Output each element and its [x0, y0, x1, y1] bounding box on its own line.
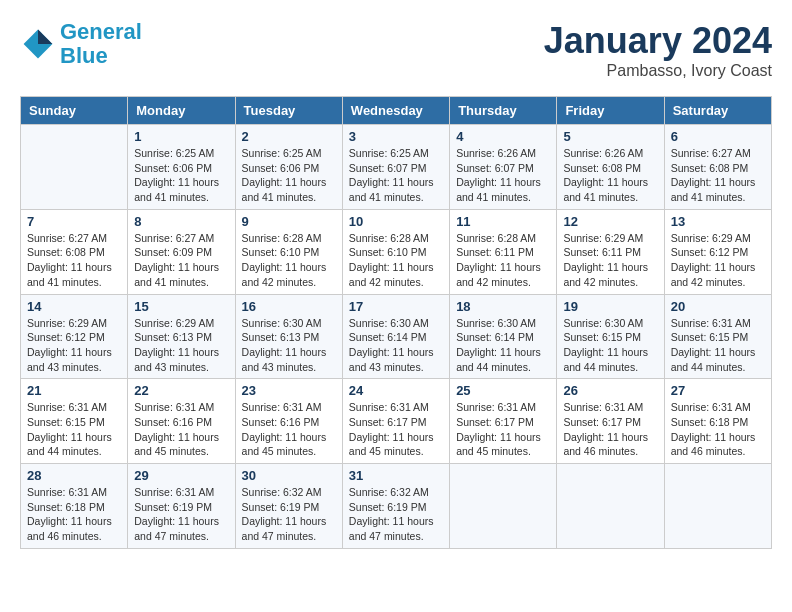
calendar-week-row: 14Sunrise: 6:29 AMSunset: 6:12 PMDayligh…	[21, 294, 772, 379]
calendar-cell: 11Sunrise: 6:28 AMSunset: 6:11 PMDayligh…	[450, 209, 557, 294]
logo: General Blue	[20, 20, 142, 68]
day-number: 21	[27, 383, 121, 398]
day-number: 25	[456, 383, 550, 398]
calendar-cell: 16Sunrise: 6:30 AMSunset: 6:13 PMDayligh…	[235, 294, 342, 379]
day-number: 19	[563, 299, 657, 314]
day-number: 29	[134, 468, 228, 483]
calendar-cell: 27Sunrise: 6:31 AMSunset: 6:18 PMDayligh…	[664, 379, 771, 464]
day-detail: Sunrise: 6:30 AMSunset: 6:14 PMDaylight:…	[456, 316, 550, 375]
calendar-cell	[664, 464, 771, 549]
calendar-cell: 21Sunrise: 6:31 AMSunset: 6:15 PMDayligh…	[21, 379, 128, 464]
day-detail: Sunrise: 6:27 AMSunset: 6:08 PMDaylight:…	[27, 231, 121, 290]
day-detail: Sunrise: 6:28 AMSunset: 6:10 PMDaylight:…	[242, 231, 336, 290]
day-number: 18	[456, 299, 550, 314]
day-number: 1	[134, 129, 228, 144]
day-detail: Sunrise: 6:28 AMSunset: 6:11 PMDaylight:…	[456, 231, 550, 290]
day-number: 22	[134, 383, 228, 398]
day-number: 28	[27, 468, 121, 483]
weekday-header-tuesday: Tuesday	[235, 97, 342, 125]
day-detail: Sunrise: 6:32 AMSunset: 6:19 PMDaylight:…	[349, 485, 443, 544]
calendar-cell: 13Sunrise: 6:29 AMSunset: 6:12 PMDayligh…	[664, 209, 771, 294]
calendar-cell: 12Sunrise: 6:29 AMSunset: 6:11 PMDayligh…	[557, 209, 664, 294]
calendar-week-row: 28Sunrise: 6:31 AMSunset: 6:18 PMDayligh…	[21, 464, 772, 549]
day-number: 2	[242, 129, 336, 144]
calendar-cell: 4Sunrise: 6:26 AMSunset: 6:07 PMDaylight…	[450, 125, 557, 210]
day-detail: Sunrise: 6:30 AMSunset: 6:14 PMDaylight:…	[349, 316, 443, 375]
day-number: 7	[27, 214, 121, 229]
calendar-cell: 7Sunrise: 6:27 AMSunset: 6:08 PMDaylight…	[21, 209, 128, 294]
weekday-header-row: SundayMondayTuesdayWednesdayThursdayFrid…	[21, 97, 772, 125]
title-block: January 2024 Pambasso, Ivory Coast	[544, 20, 772, 80]
calendar-cell: 29Sunrise: 6:31 AMSunset: 6:19 PMDayligh…	[128, 464, 235, 549]
weekday-header-friday: Friday	[557, 97, 664, 125]
calendar-cell: 3Sunrise: 6:25 AMSunset: 6:07 PMDaylight…	[342, 125, 449, 210]
day-detail: Sunrise: 6:29 AMSunset: 6:13 PMDaylight:…	[134, 316, 228, 375]
day-number: 5	[563, 129, 657, 144]
day-detail: Sunrise: 6:30 AMSunset: 6:15 PMDaylight:…	[563, 316, 657, 375]
day-detail: Sunrise: 6:32 AMSunset: 6:19 PMDaylight:…	[242, 485, 336, 544]
day-detail: Sunrise: 6:29 AMSunset: 6:12 PMDaylight:…	[27, 316, 121, 375]
month-title: January 2024	[544, 20, 772, 62]
day-number: 23	[242, 383, 336, 398]
day-detail: Sunrise: 6:26 AMSunset: 6:08 PMDaylight:…	[563, 146, 657, 205]
calendar-cell: 1Sunrise: 6:25 AMSunset: 6:06 PMDaylight…	[128, 125, 235, 210]
weekday-header-monday: Monday	[128, 97, 235, 125]
calendar-cell	[21, 125, 128, 210]
calendar-cell: 18Sunrise: 6:30 AMSunset: 6:14 PMDayligh…	[450, 294, 557, 379]
weekday-header-sunday: Sunday	[21, 97, 128, 125]
day-detail: Sunrise: 6:29 AMSunset: 6:11 PMDaylight:…	[563, 231, 657, 290]
day-detail: Sunrise: 6:31 AMSunset: 6:15 PMDaylight:…	[27, 400, 121, 459]
day-number: 11	[456, 214, 550, 229]
day-number: 6	[671, 129, 765, 144]
day-number: 13	[671, 214, 765, 229]
day-detail: Sunrise: 6:25 AMSunset: 6:07 PMDaylight:…	[349, 146, 443, 205]
calendar-week-row: 7Sunrise: 6:27 AMSunset: 6:08 PMDaylight…	[21, 209, 772, 294]
day-number: 26	[563, 383, 657, 398]
calendar-cell: 5Sunrise: 6:26 AMSunset: 6:08 PMDaylight…	[557, 125, 664, 210]
calendar-cell: 23Sunrise: 6:31 AMSunset: 6:16 PMDayligh…	[235, 379, 342, 464]
calendar-cell: 25Sunrise: 6:31 AMSunset: 6:17 PMDayligh…	[450, 379, 557, 464]
day-detail: Sunrise: 6:31 AMSunset: 6:17 PMDaylight:…	[456, 400, 550, 459]
day-detail: Sunrise: 6:31 AMSunset: 6:16 PMDaylight:…	[242, 400, 336, 459]
day-number: 12	[563, 214, 657, 229]
day-number: 4	[456, 129, 550, 144]
day-detail: Sunrise: 6:31 AMSunset: 6:17 PMDaylight:…	[349, 400, 443, 459]
calendar-cell: 26Sunrise: 6:31 AMSunset: 6:17 PMDayligh…	[557, 379, 664, 464]
day-detail: Sunrise: 6:31 AMSunset: 6:17 PMDaylight:…	[563, 400, 657, 459]
calendar-cell: 14Sunrise: 6:29 AMSunset: 6:12 PMDayligh…	[21, 294, 128, 379]
weekday-header-wednesday: Wednesday	[342, 97, 449, 125]
day-number: 3	[349, 129, 443, 144]
calendar-week-row: 21Sunrise: 6:31 AMSunset: 6:15 PMDayligh…	[21, 379, 772, 464]
day-detail: Sunrise: 6:27 AMSunset: 6:08 PMDaylight:…	[671, 146, 765, 205]
day-detail: Sunrise: 6:31 AMSunset: 6:19 PMDaylight:…	[134, 485, 228, 544]
calendar-cell: 6Sunrise: 6:27 AMSunset: 6:08 PMDaylight…	[664, 125, 771, 210]
calendar-cell: 9Sunrise: 6:28 AMSunset: 6:10 PMDaylight…	[235, 209, 342, 294]
day-detail: Sunrise: 6:27 AMSunset: 6:09 PMDaylight:…	[134, 231, 228, 290]
calendar-cell: 22Sunrise: 6:31 AMSunset: 6:16 PMDayligh…	[128, 379, 235, 464]
day-number: 17	[349, 299, 443, 314]
day-number: 31	[349, 468, 443, 483]
day-detail: Sunrise: 6:25 AMSunset: 6:06 PMDaylight:…	[242, 146, 336, 205]
day-number: 30	[242, 468, 336, 483]
calendar-week-row: 1Sunrise: 6:25 AMSunset: 6:06 PMDaylight…	[21, 125, 772, 210]
weekday-header-saturday: Saturday	[664, 97, 771, 125]
calendar-cell: 19Sunrise: 6:30 AMSunset: 6:15 PMDayligh…	[557, 294, 664, 379]
weekday-header-thursday: Thursday	[450, 97, 557, 125]
day-detail: Sunrise: 6:31 AMSunset: 6:18 PMDaylight:…	[27, 485, 121, 544]
day-number: 27	[671, 383, 765, 398]
day-number: 20	[671, 299, 765, 314]
day-detail: Sunrise: 6:30 AMSunset: 6:13 PMDaylight:…	[242, 316, 336, 375]
calendar-cell: 17Sunrise: 6:30 AMSunset: 6:14 PMDayligh…	[342, 294, 449, 379]
location: Pambasso, Ivory Coast	[544, 62, 772, 80]
calendar-cell: 28Sunrise: 6:31 AMSunset: 6:18 PMDayligh…	[21, 464, 128, 549]
svg-marker-1	[38, 30, 52, 44]
day-detail: Sunrise: 6:31 AMSunset: 6:15 PMDaylight:…	[671, 316, 765, 375]
day-number: 14	[27, 299, 121, 314]
logo-text: General Blue	[60, 20, 142, 68]
calendar-table: SundayMondayTuesdayWednesdayThursdayFrid…	[20, 96, 772, 549]
day-detail: Sunrise: 6:29 AMSunset: 6:12 PMDaylight:…	[671, 231, 765, 290]
calendar-cell	[450, 464, 557, 549]
day-number: 9	[242, 214, 336, 229]
day-detail: Sunrise: 6:25 AMSunset: 6:06 PMDaylight:…	[134, 146, 228, 205]
day-detail: Sunrise: 6:31 AMSunset: 6:18 PMDaylight:…	[671, 400, 765, 459]
